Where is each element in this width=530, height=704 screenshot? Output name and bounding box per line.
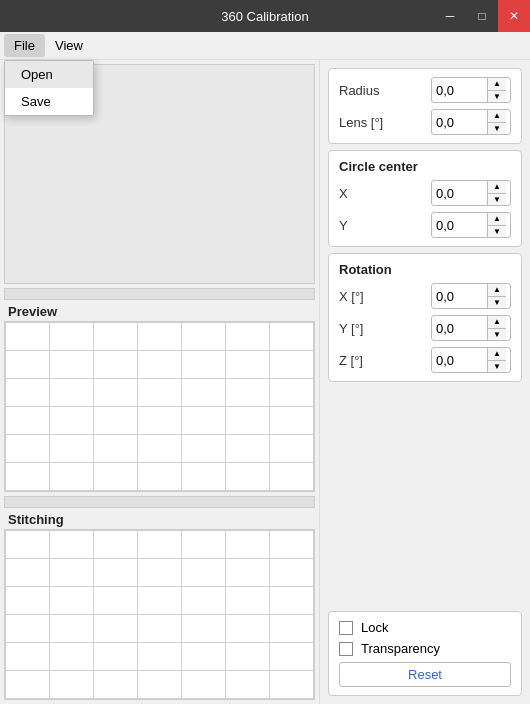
menu-view[interactable]: View [45,34,93,57]
rx-input-wrap: ▲ ▼ [431,283,511,309]
grid-cell [226,351,270,379]
grid-cell [50,351,94,379]
grid-cell [6,671,50,699]
image-scrollbar[interactable] [4,288,315,300]
ry-up[interactable]: ▲ [488,316,506,328]
grid-cell [182,379,226,407]
grid-cell [270,407,314,435]
grid-cell [6,323,50,351]
grid-cell [138,463,182,491]
grid-cell [182,559,226,587]
rx-down[interactable]: ▼ [488,296,506,308]
grid-cell [50,463,94,491]
grid-cell [6,435,50,463]
ry-spin: ▲ ▼ [487,316,506,340]
grid-cell [50,559,94,587]
cx-up[interactable]: ▲ [488,181,506,193]
radius-label: Radius [339,83,431,98]
grid-cell [270,531,314,559]
lens-label: Lens [°] [339,115,431,130]
cx-spin: ▲ ▼ [487,181,506,205]
rz-input-wrap: ▲ ▼ [431,347,511,373]
menu-open[interactable]: Open [5,61,93,88]
grid-cell [182,671,226,699]
grid-cell [94,435,138,463]
maximize-button[interactable]: □ [466,0,498,32]
grid-cell [6,615,50,643]
grid-cell [6,587,50,615]
rz-label: Z [°] [339,353,431,368]
grid-cell [6,407,50,435]
ry-input[interactable] [432,319,487,338]
menu-bar: File View [0,32,530,60]
grid-cell [50,435,94,463]
grid-cell [226,323,270,351]
grid-cell [138,407,182,435]
grid-cell [226,643,270,671]
rx-row: X [°] ▲ ▼ [339,283,511,309]
rz-spin: ▲ ▼ [487,348,506,372]
radius-lens-group: Radius ▲ ▼ Lens [°] ▲ ▼ [328,68,522,144]
grid-cell [226,559,270,587]
grid-cell [270,587,314,615]
transparency-checkbox[interactable] [339,642,353,656]
grid-cell [138,587,182,615]
rotation-title: Rotation [339,262,511,277]
grid-cell [50,407,94,435]
cx-input[interactable] [432,184,487,203]
grid-cell [226,407,270,435]
reset-button[interactable]: Reset [339,662,511,687]
bottom-controls: Lock Transparency Reset [328,611,522,696]
minimize-button[interactable]: ─ [434,0,466,32]
spacer [328,388,522,605]
grid-cell [94,615,138,643]
rz-up[interactable]: ▲ [488,348,506,360]
cy-down[interactable]: ▼ [488,225,506,237]
grid-cell [226,671,270,699]
grid-cell [182,351,226,379]
grid-cell [6,531,50,559]
rx-input[interactable] [432,287,487,306]
cx-down[interactable]: ▼ [488,193,506,205]
radius-up[interactable]: ▲ [488,78,506,90]
title-bar: 360 Calibration ─ □ ✕ [0,0,530,32]
rotation-group: Rotation X [°] ▲ ▼ Y [°] ▲ ▼ [328,253,522,382]
grid-cell [6,379,50,407]
grid-cell [94,643,138,671]
left-panel: Preview Stitching [0,60,320,704]
file-dropdown: Open Save [4,60,94,116]
cy-up[interactable]: ▲ [488,213,506,225]
grid-cell [94,559,138,587]
grid-cell [270,643,314,671]
lens-spin: ▲ ▼ [487,110,506,134]
rz-down[interactable]: ▼ [488,360,506,372]
grid-cell [6,643,50,671]
radius-spin: ▲ ▼ [487,78,506,102]
lens-down[interactable]: ▼ [488,122,506,134]
cx-input-wrap: ▲ ▼ [431,180,511,206]
grid-cell [94,531,138,559]
lock-checkbox[interactable] [339,621,353,635]
grid-cell [138,379,182,407]
grid-cell [94,587,138,615]
rx-up[interactable]: ▲ [488,284,506,296]
lens-up[interactable]: ▲ [488,110,506,122]
grid-cell [182,531,226,559]
grid-cell [94,351,138,379]
ry-down[interactable]: ▼ [488,328,506,340]
menu-file[interactable]: File [4,34,45,57]
grid-cell [182,615,226,643]
cy-input-wrap: ▲ ▼ [431,212,511,238]
lens-input[interactable] [432,113,487,132]
radius-input[interactable] [432,81,487,100]
radius-down[interactable]: ▼ [488,90,506,102]
rz-input[interactable] [432,351,487,370]
grid-cell [270,559,314,587]
radius-input-wrap: ▲ ▼ [431,77,511,103]
menu-save[interactable]: Save [5,88,93,115]
ry-input-wrap: ▲ ▼ [431,315,511,341]
close-button[interactable]: ✕ [498,0,530,32]
cy-input[interactable] [432,216,487,235]
preview-scrollbar[interactable] [4,496,315,508]
grid-cell [50,587,94,615]
